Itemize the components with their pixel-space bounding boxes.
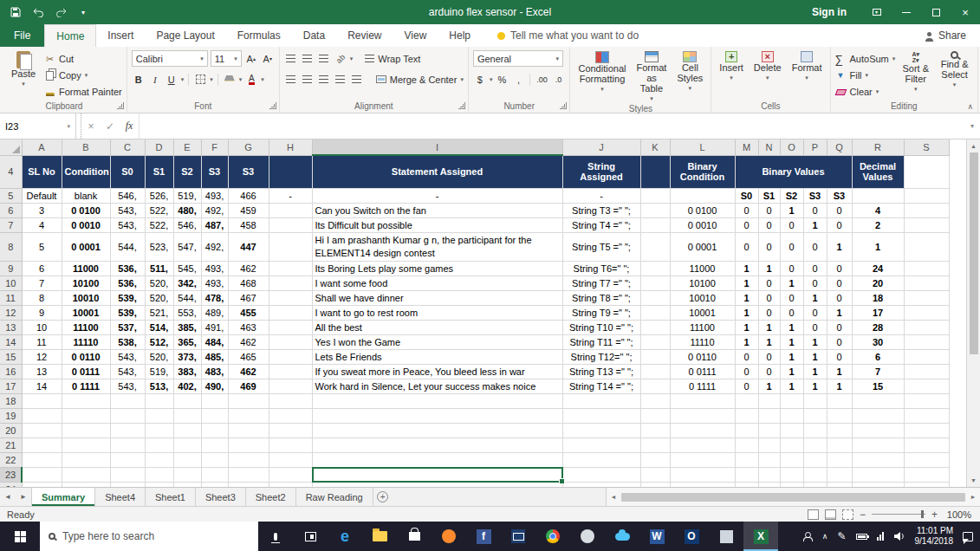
cell[interactable]: 543, <box>110 364 145 379</box>
cell[interactable]: 1 <box>735 261 758 276</box>
cell[interactable]: S0 <box>735 188 758 203</box>
cell-P18[interactable] <box>803 393 827 408</box>
cell-decimal[interactable]: 1 <box>852 232 904 261</box>
cell[interactable] <box>640 261 670 276</box>
zoom-in-button[interactable]: + <box>931 509 938 521</box>
column-header-I[interactable]: I <box>312 139 562 155</box>
cell-S21[interactable] <box>904 438 949 452</box>
cell-R21[interactable] <box>852 438 904 452</box>
cell-statement[interactable]: Shall we have dinner <box>312 290 562 305</box>
cell[interactable]: 0 <box>827 349 852 364</box>
row-header-18[interactable]: 18 <box>0 393 22 408</box>
name-box-dropdown-icon[interactable]: ▾ <box>67 123 70 130</box>
format-cells-button[interactable]: Format▾ <box>789 49 826 83</box>
cell[interactable]: 10 <box>22 320 62 334</box>
autosum-button[interactable]: ∑AutoSum▾ <box>835 52 896 66</box>
cell-P23[interactable] <box>803 467 827 482</box>
cell-K23[interactable] <box>640 467 670 482</box>
cell-F24[interactable] <box>201 482 228 487</box>
selected-cell-I23[interactable] <box>312 467 562 482</box>
cell-G24[interactable] <box>228 482 269 487</box>
zoom-out-button[interactable]: − <box>860 509 866 521</box>
cell[interactable] <box>904 305 949 320</box>
onedrive-icon[interactable] <box>605 522 639 551</box>
cell-Q23[interactable] <box>827 467 852 482</box>
cell[interactable] <box>904 290 949 305</box>
cell[interactable]: 485, <box>201 349 228 364</box>
column-header-E[interactable]: E <box>173 139 201 155</box>
cell-string[interactable]: String T12=" "; <box>562 349 640 364</box>
cell[interactable]: 0 <box>758 232 780 261</box>
cell-M24[interactable] <box>735 482 758 487</box>
ribbon-tab-help[interactable]: Help <box>438 24 482 47</box>
cell[interactable]: 1 <box>803 364 827 379</box>
cell[interactable]: 0 <box>803 203 827 217</box>
scroll-right-arrow[interactable]: ► <box>966 494 980 500</box>
cell-N20[interactable] <box>758 423 780 438</box>
cell-H23[interactable] <box>269 467 312 482</box>
cell[interactable] <box>904 364 949 379</box>
cell-statement[interactable]: All the best <box>312 320 562 334</box>
scroll-up-arrow[interactable]: ▲ <box>970 139 977 152</box>
cell-E23[interactable] <box>173 467 201 482</box>
ribbon-tab-formulas[interactable]: Formulas <box>226 24 292 47</box>
conditional-formatting-button[interactable]: Conditional Formatting▾ <box>574 49 629 94</box>
cancel-button[interactable]: × <box>81 113 101 139</box>
people-icon[interactable] <box>802 532 813 541</box>
ribbon-tab-file[interactable]: File <box>0 24 44 47</box>
cell[interactable]: 1 <box>780 320 803 334</box>
cell-decimal[interactable]: 7 <box>852 364 904 379</box>
cell[interactable]: 469 <box>228 379 269 393</box>
cell[interactable]: 462 <box>228 334 269 349</box>
cell[interactable]: 8 <box>22 290 62 305</box>
cell[interactable] <box>904 276 949 290</box>
cell[interactable] <box>640 364 670 379</box>
cell[interactable]: S2 <box>173 155 201 188</box>
normal-view-button[interactable] <box>808 509 819 520</box>
cell-L24[interactable] <box>670 482 735 487</box>
cell[interactable] <box>640 349 670 364</box>
cell[interactable] <box>640 155 670 188</box>
cell-I19[interactable] <box>312 408 562 423</box>
cell[interactable]: 447 <box>228 232 269 261</box>
cell-O18[interactable] <box>780 393 803 408</box>
cell[interactable]: 0 <box>827 261 852 276</box>
cell-M18[interactable] <box>735 393 758 408</box>
cell[interactable]: 526, <box>145 188 173 203</box>
cell-I20[interactable] <box>312 423 562 438</box>
cell-statement[interactable]: I want to go to rest room <box>312 305 562 320</box>
cell[interactable] <box>640 305 670 320</box>
cell-E21[interactable] <box>173 438 201 452</box>
italic-button[interactable]: I <box>148 72 162 87</box>
cell-N23[interactable] <box>758 467 780 482</box>
row-header-14[interactable]: 14 <box>0 334 22 349</box>
cell[interactable] <box>904 232 949 261</box>
cell[interactable]: 1 <box>827 305 852 320</box>
cell[interactable]: 543, <box>110 203 145 217</box>
cell[interactable]: 512, <box>145 334 173 349</box>
cell[interactable]: 467 <box>228 290 269 305</box>
column-header-C[interactable]: C <box>110 139 145 155</box>
cell[interactable]: 521, <box>145 305 173 320</box>
underline-button[interactable]: U <box>165 72 178 87</box>
cell[interactable] <box>904 379 949 393</box>
cell-N22[interactable] <box>758 452 780 467</box>
cell-R23[interactable] <box>852 467 904 482</box>
action-center-icon[interactable] <box>963 532 973 541</box>
cell[interactable] <box>269 203 312 217</box>
cell[interactable]: 365, <box>173 334 201 349</box>
cell[interactable]: 0 <box>827 203 852 217</box>
comma-style-button[interactable]: , <box>511 72 525 87</box>
cell-K22[interactable] <box>640 452 670 467</box>
cell[interactable]: 0 <box>758 217 780 232</box>
cell-D21[interactable] <box>145 438 173 452</box>
cell[interactable]: 1 <box>780 379 803 393</box>
cell[interactable]: 493, <box>201 188 228 203</box>
minimize-button[interactable] <box>892 0 921 24</box>
cell[interactable] <box>640 320 670 334</box>
cell[interactable]: SL No <box>22 155 62 188</box>
cell[interactable]: 1 <box>735 290 758 305</box>
column-header-N[interactable]: N <box>758 139 780 155</box>
cell[interactable]: 1 <box>803 217 827 232</box>
row-header-11[interactable]: 11 <box>0 290 22 305</box>
